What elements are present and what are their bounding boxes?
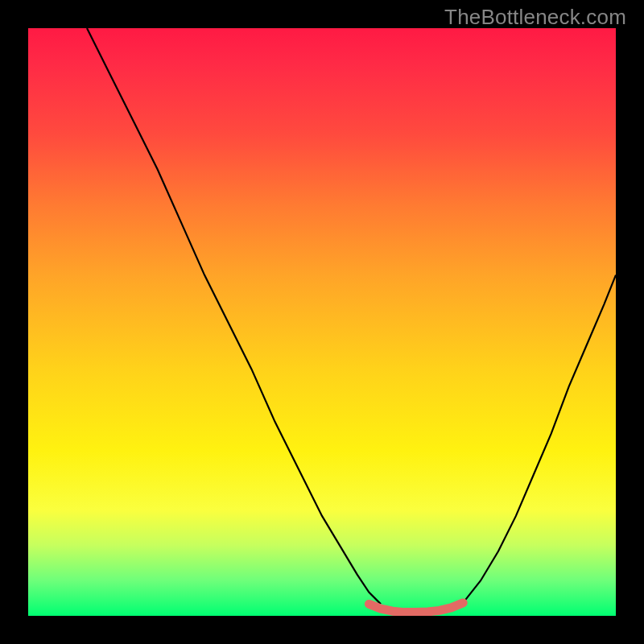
chart-plot-area [28,28,616,616]
watermark-text: TheBottleneck.com [444,5,626,30]
curve-highlight [369,603,463,613]
chart-curves-svg [28,28,616,616]
curve-left-branch [87,28,381,604]
curve-right-branch [463,275,616,603]
chart-frame: TheBottleneck.com [0,0,644,644]
